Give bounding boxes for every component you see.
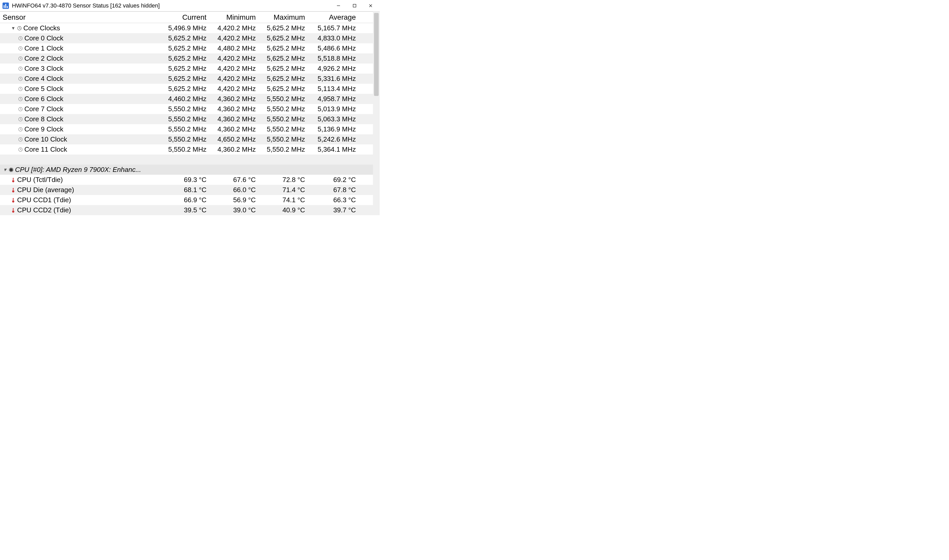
svg-line-13 — [20, 38, 22, 39]
cell-minimum: 4,420.2 MHz — [212, 74, 261, 84]
sensor-row-core-clock[interactable]: Core 2 Clock5,625.2 MHz4,420.2 MHz5,625.… — [0, 54, 373, 63]
column-sensor[interactable]: Sensor — [0, 12, 162, 22]
scrollbar-thumb[interactable] — [374, 13, 379, 96]
svg-rect-62 — [13, 178, 14, 181]
cell-maximum: 72.8 °C — [261, 175, 310, 185]
thermometer-icon — [10, 177, 16, 183]
close-button[interactable] — [363, 0, 379, 11]
sensor-row-core-clock[interactable]: Core 5 Clock5,625.2 MHz4,420.2 MHz5,625.… — [0, 84, 373, 94]
svg-line-37 — [20, 119, 22, 120]
cell-current: 66.9 °C — [162, 195, 212, 205]
column-maximum[interactable]: Maximum — [261, 12, 310, 22]
cell-minimum: 67.6 °C — [212, 175, 261, 185]
cell-minimum: 4,480.2 MHz — [212, 43, 261, 54]
cell-average: 5,136.9 MHz — [310, 124, 359, 134]
clock-icon — [18, 66, 23, 72]
sensor-row-core-clock[interactable]: Core 1 Clock5,625.2 MHz4,480.2 MHz5,625.… — [0, 43, 373, 54]
sensor-label: Core 6 Clock — [25, 94, 63, 104]
svg-line-34 — [20, 109, 22, 110]
column-average[interactable]: Average — [310, 12, 359, 22]
svg-line-22 — [20, 69, 22, 69]
column-header-row[interactable]: Sensor Current Minimum Maximum Average — [0, 12, 373, 23]
cell-maximum: 5,625.2 MHz — [261, 33, 310, 43]
svg-rect-2 — [5, 4, 6, 8]
cell-average: 5,331.6 MHz — [310, 74, 359, 84]
svg-rect-1 — [4, 5, 5, 8]
cell-minimum: 4,650.2 MHz — [212, 134, 261, 145]
svg-line-40 — [20, 129, 22, 130]
section-row-cpu-enhanced[interactable]: ▾ CPU [#0]: AMD Ryzen 9 7900X: Enhanc... — [0, 165, 373, 175]
svg-rect-3 — [7, 6, 8, 8]
sensor-row-temperature[interactable]: CPU Die (average)68.1 °C66.0 °C71.4 °C67… — [0, 185, 373, 195]
cell-current: 5,550.2 MHz — [162, 134, 212, 145]
sensor-row-core-clock[interactable]: Core 11 Clock5,550.2 MHz4,360.2 MHz5,550… — [0, 145, 373, 154]
sensor-row-temperature[interactable]: CPU CCD2 (Tdie)39.5 °C39.0 °C40.9 °C39.7… — [0, 205, 373, 215]
sensor-row-core-clock[interactable]: Core 8 Clock5,550.2 MHz4,360.2 MHz5,550.… — [0, 114, 373, 124]
sensor-row-core-clock[interactable]: Core 6 Clock4,460.2 MHz4,360.2 MHz5,550.… — [0, 94, 373, 104]
cell-minimum: 4,360.2 MHz — [212, 145, 261, 154]
cell-current: 5,625.2 MHz — [162, 74, 212, 84]
clock-icon — [18, 46, 23, 51]
spacer-row — [0, 154, 373, 165]
sensor-label: Core 0 Clock — [25, 33, 63, 43]
vertical-scrollbar[interactable] — [373, 11, 380, 215]
cell-maximum: 5,625.2 MHz — [261, 74, 310, 84]
sensor-label: Core 4 Clock — [25, 74, 63, 84]
sensor-row-temperature[interactable]: CPU (Tctl/Tdie)69.3 °C67.6 °C72.8 °C69.2… — [0, 175, 373, 185]
thermometer-icon — [10, 208, 16, 213]
group-row-core-clocks[interactable]: ▾ Core Clocks 5,496.9 MHz 4,420.2 MHz 5,… — [0, 23, 373, 33]
svg-rect-47 — [10, 169, 12, 171]
sensor-label: Core 5 Clock — [25, 84, 63, 94]
cell-average: 66.3 °C — [310, 195, 359, 205]
minimize-button[interactable] — [330, 0, 347, 11]
group-label: Core Clocks — [23, 23, 60, 33]
sensor-label: CPU Die (average) — [17, 185, 74, 195]
sensor-label: Core 9 Clock — [25, 124, 63, 134]
cell-current: 5,625.2 MHz — [162, 43, 212, 54]
svg-line-19 — [20, 58, 22, 59]
cell-minimum: 4,360.2 MHz — [212, 104, 261, 114]
cell-maximum: 5,550.2 MHz — [261, 145, 310, 154]
sensor-label: Core 10 Clock — [25, 134, 67, 145]
cell-current: 39.5 °C — [162, 205, 212, 215]
svg-line-16 — [20, 48, 22, 49]
cell-current: 5,625.2 MHz — [162, 33, 212, 43]
cell-minimum: 4,420.2 MHz — [212, 33, 261, 43]
sensor-row-core-clock[interactable]: Core 0 Clock5,625.2 MHz4,420.2 MHz5,625.… — [0, 33, 373, 43]
cell-average: 5,518.8 MHz — [310, 54, 359, 63]
column-current[interactable]: Current — [162, 12, 212, 22]
cell-maximum: 74.1 °C — [261, 195, 310, 205]
sensor-row-core-clock[interactable]: Core 7 Clock5,550.2 MHz4,360.2 MHz5,550.… — [0, 104, 373, 114]
svg-rect-65 — [13, 189, 14, 191]
cell-maximum: 5,625.2 MHz — [261, 23, 310, 33]
cell-average: 5,063.3 MHz — [310, 114, 359, 124]
cell-maximum: 5,625.2 MHz — [261, 63, 310, 74]
cell-minimum: 4,420.2 MHz — [212, 54, 261, 63]
sensor-label: CPU CCD2 (Tdie) — [17, 205, 71, 215]
cell-average: 5,364.1 MHz — [310, 145, 359, 154]
clock-icon — [18, 116, 23, 122]
sensor-row-core-clock[interactable]: Core 3 Clock5,625.2 MHz4,420.2 MHz5,625.… — [0, 63, 373, 74]
thermometer-icon — [10, 187, 16, 193]
section-label: CPU [#0]: AMD Ryzen 9 7900X: Enhanc... — [15, 165, 141, 175]
sensor-row-core-clock[interactable]: Core 9 Clock5,550.2 MHz4,360.2 MHz5,550.… — [0, 124, 373, 134]
sensor-label: Core 3 Clock — [25, 63, 63, 74]
cell-maximum: 40.9 °C — [261, 205, 310, 215]
clock-icon — [17, 25, 22, 31]
sensor-label: CPU (Tctl/Tdie) — [17, 175, 63, 185]
sensor-row-core-clock[interactable]: Core 4 Clock5,625.2 MHz4,420.2 MHz5,625.… — [0, 74, 373, 84]
sensor-row-core-clock[interactable]: Core 10 Clock5,550.2 MHz4,650.2 MHz5,550… — [0, 134, 373, 145]
column-minimum[interactable]: Minimum — [212, 12, 261, 22]
chevron-down-icon[interactable]: ▾ — [10, 23, 16, 33]
sensor-row-temperature[interactable]: CPU CCD1 (Tdie)66.9 °C56.9 °C74.1 °C66.3… — [0, 195, 373, 205]
clock-icon — [18, 96, 23, 102]
svg-line-25 — [20, 79, 22, 79]
sensor-label: Core 2 Clock — [25, 54, 63, 63]
clock-icon — [18, 126, 23, 132]
cell-minimum: 4,420.2 MHz — [212, 84, 261, 94]
cell-maximum: 5,625.2 MHz — [261, 54, 310, 63]
chevron-down-icon[interactable]: ▾ — [2, 165, 8, 175]
maximize-button[interactable] — [347, 0, 363, 11]
cell-minimum: 56.9 °C — [212, 195, 261, 205]
svg-rect-68 — [13, 199, 14, 201]
